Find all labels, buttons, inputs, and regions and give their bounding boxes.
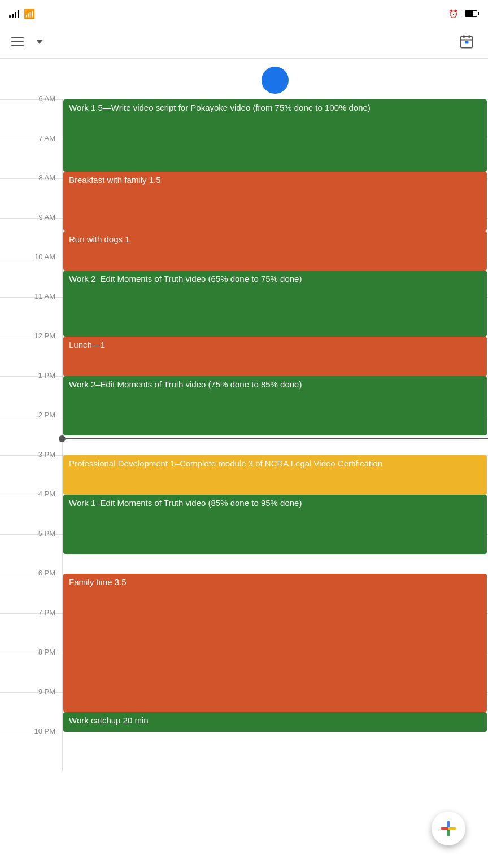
- day-col-label: [0, 64, 62, 94]
- time-row: 10 AM: [0, 258, 488, 297]
- time-slot[interactable]: [62, 416, 488, 455]
- time-row: 3 PM: [0, 455, 488, 495]
- time-row: 9 AM: [0, 218, 488, 258]
- time-row: 7 AM: [0, 139, 488, 178]
- time-row: 7 PM: [0, 613, 488, 653]
- time-slot[interactable]: [62, 693, 488, 732]
- time-row: 12 PM: [0, 337, 488, 376]
- time-slot[interactable]: [62, 535, 488, 574]
- time-slot[interactable]: [62, 219, 488, 258]
- time-row: 9 PM: [0, 692, 488, 732]
- today-button[interactable]: [456, 32, 477, 52]
- menu-button[interactable]: [11, 37, 24, 46]
- time-label: 10 AM: [0, 252, 62, 291]
- time-slot[interactable]: [62, 179, 488, 218]
- plus-icon: [441, 821, 456, 836]
- time-row: 11 AM: [0, 297, 488, 337]
- time-label: 8 PM: [0, 648, 62, 687]
- status-left: 📶: [9, 8, 35, 19]
- time-slot[interactable]: [62, 614, 488, 653]
- time-slot[interactable]: [62, 456, 488, 495]
- time-slot[interactable]: [62, 298, 488, 337]
- wifi-icon: 📶: [24, 8, 35, 19]
- time-slot[interactable]: [62, 574, 488, 613]
- time-label: 10 PM: [0, 727, 62, 766]
- time-row: 8 AM: [0, 178, 488, 218]
- time-label: 7 PM: [0, 608, 62, 647]
- time-row: 6 PM: [0, 574, 488, 613]
- time-slot[interactable]: [62, 139, 488, 178]
- time-label: 5 PM: [0, 529, 62, 568]
- time-label: 9 PM: [0, 687, 62, 726]
- time-rows: 6 AM 7 AM 8 AM 9 AM 10 AM 11 AM 12 PM: [0, 99, 488, 771]
- time-row: 5 PM: [0, 534, 488, 574]
- signal-icon: [9, 10, 19, 18]
- status-bar: 📶 ⏰: [0, 0, 488, 25]
- calendar-grid: 6 AM 7 AM 8 AM 9 AM 10 AM 11 AM 12 PM: [0, 99, 488, 771]
- time-label: 3 PM: [0, 450, 62, 489]
- month-selector[interactable]: [33, 40, 43, 44]
- time-label: 9 AM: [0, 213, 62, 252]
- time-slot[interactable]: [62, 377, 488, 416]
- svg-rect-4: [465, 41, 469, 43]
- time-row: 8 PM: [0, 653, 488, 692]
- time-label: 2 PM: [0, 411, 62, 450]
- status-right: ⏰: [448, 9, 479, 18]
- time-slot[interactable]: [62, 337, 488, 376]
- time-row: 2 PM: [0, 416, 488, 455]
- add-event-fab[interactable]: [432, 812, 465, 845]
- day-number[interactable]: [262, 67, 289, 94]
- calendar-icon: [459, 34, 474, 50]
- time-row: 6 AM: [0, 99, 488, 139]
- time-slot[interactable]: [62, 100, 488, 139]
- time-label: 12 PM: [0, 332, 62, 370]
- time-label: 4 PM: [0, 490, 62, 529]
- time-slot[interactable]: [62, 495, 488, 534]
- day-header: [0, 59, 488, 99]
- app-header: [0, 25, 488, 59]
- time-slot[interactable]: [62, 732, 488, 771]
- time-row: 4 PM: [0, 495, 488, 534]
- current-time-dot: [59, 435, 66, 442]
- time-label: 7 AM: [0, 134, 62, 173]
- time-slot[interactable]: [62, 258, 488, 297]
- current-time-indicator: [59, 438, 488, 439]
- time-row: 10 PM: [0, 732, 488, 771]
- current-time-line: [66, 438, 488, 439]
- time-label: 8 AM: [0, 173, 62, 212]
- time-label: 1 PM: [0, 371, 62, 410]
- alarm-icon: ⏰: [448, 9, 458, 18]
- battery-icon: [465, 10, 479, 17]
- day-col-content: [62, 64, 488, 94]
- header-left: [11, 37, 43, 46]
- time-slot[interactable]: [62, 653, 488, 692]
- time-label: 6 PM: [0, 569, 62, 608]
- time-label: 6 AM: [0, 94, 62, 133]
- chevron-down-icon: [36, 40, 43, 44]
- time-label: 11 AM: [0, 292, 62, 331]
- time-row: 1 PM: [0, 376, 488, 416]
